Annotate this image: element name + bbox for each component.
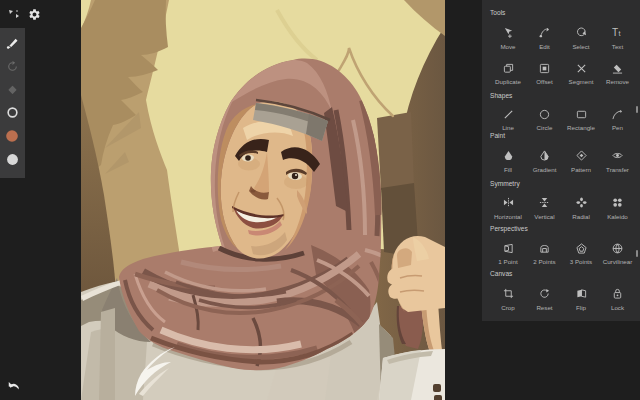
svg-text:T: T xyxy=(612,27,618,38)
svg-text:t: t xyxy=(618,29,620,38)
